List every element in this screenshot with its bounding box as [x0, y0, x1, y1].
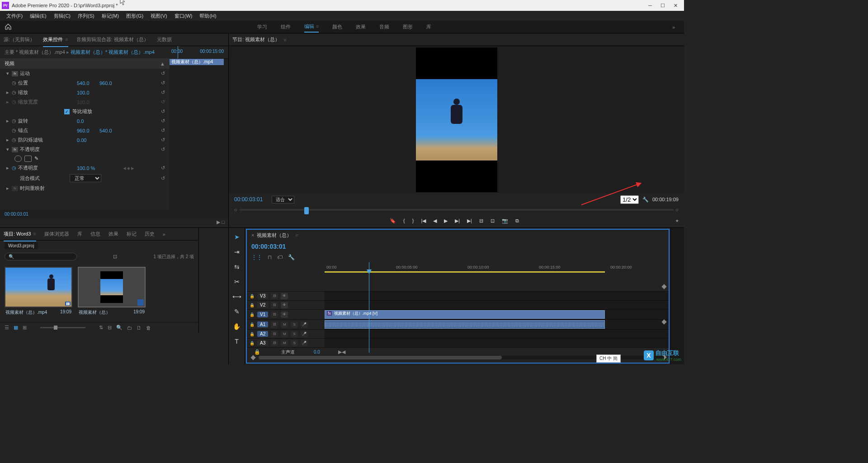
settings-icon[interactable]: 🔧 — [288, 254, 295, 260]
project-tabs-overflow[interactable]: » — [163, 230, 165, 239]
new-item-icon[interactable]: 🗋 — [137, 325, 142, 331]
audio-meters[interactable] — [670, 228, 684, 364]
track-a2[interactable]: 🔒 A2 ⊟ M S 🎤 — [247, 329, 669, 338]
home-button[interactable] — [0, 22, 16, 33]
tab-effect-controls[interactable]: 效果控件 ≡ — [43, 34, 68, 45]
type-tool[interactable]: T — [232, 337, 241, 346]
tab-history[interactable]: 历史 — [145, 229, 155, 239]
mask-ellipse-icon[interactable] — [14, 156, 22, 162]
marker-tool-icon[interactable]: 🏷 — [277, 254, 283, 260]
step-forward-icon[interactable]: ▶| — [455, 218, 460, 224]
program-viewer[interactable] — [229, 46, 684, 193]
list-view-icon[interactable]: ☰ — [5, 325, 9, 331]
program-zoom-select[interactable]: 适合 — [272, 196, 294, 203]
workspace-audio[interactable]: 音频 — [379, 22, 389, 32]
timeline-video-clip[interactable]: fx 视频素材（总）.mp4 [V] — [325, 310, 605, 319]
track-select-tool[interactable]: ⇥ — [232, 247, 241, 256]
workspace-overflow[interactable]: » — [672, 24, 675, 30]
menu-sequence[interactable]: 序列(S) — [75, 12, 97, 20]
project-item-sequence[interactable]: 视频素材（总） 19:09 — [78, 267, 146, 317]
scroll-diamond-icon[interactable] — [661, 284, 666, 289]
track-a1[interactable]: 🔒 A1 ⊟ M S 🎤 — [247, 319, 669, 329]
prop-opacity-value[interactable]: ▸◷ 不透明度 100.0 % ◀◆▶ ↺ — [0, 163, 170, 173]
menu-help[interactable]: 帮助(H) — [197, 12, 219, 20]
selection-tool[interactable]: ➤ — [232, 232, 241, 241]
tab-source[interactable]: 源:（无剪辑） — [4, 34, 35, 45]
prop-anti-flicker[interactable]: ▸◷ 防闪烁滤镜 0.00 ↺ — [0, 135, 170, 145]
lift-icon[interactable]: ⊟ — [479, 218, 483, 224]
timeline-audio-clip[interactable] — [325, 320, 605, 329]
workspace-graphics[interactable]: 图形 — [403, 22, 413, 32]
program-timecode[interactable]: 00:00:03:01 — [234, 196, 263, 203]
workspace-libraries[interactable]: 库 — [426, 22, 431, 32]
mark-in-icon[interactable]: { — [403, 218, 405, 223]
play-icon[interactable]: ▶ — [444, 218, 448, 224]
track-v3[interactable]: 🔒 V3 ⊟ 👁 — [247, 291, 669, 300]
find-icon[interactable]: 🔍 — [116, 325, 123, 331]
timeline-tab-close[interactable]: × — [251, 232, 254, 238]
auto-sequence-icon[interactable]: ⊟ — [108, 325, 112, 331]
tab-effects[interactable]: 效果 — [108, 229, 118, 239]
program-resolution-select[interactable]: 1/2 — [620, 195, 639, 204]
menu-edit[interactable]: 编辑(E) — [27, 12, 49, 20]
workspace-learn[interactable]: 学习 — [257, 22, 267, 32]
export-frame-icon[interactable]: 📷 — [502, 218, 508, 224]
linked-selection-icon[interactable]: ⊓ — [268, 254, 272, 260]
wrench-icon[interactable]: 🔧 — [642, 197, 649, 203]
mask-rect-icon[interactable] — [24, 156, 32, 162]
prop-scale[interactable]: ▸◷ 缩放 100.0 ↺ — [0, 88, 170, 97]
track-v2[interactable]: 🔒 V2 ⊟ 👁 — [247, 300, 669, 309]
mark-out-icon[interactable]: } — [412, 218, 414, 223]
button-editor-icon[interactable]: + — [676, 218, 679, 223]
compare-icon[interactable]: ⧉ — [515, 218, 519, 224]
timeline-timecode[interactable]: 00:00:03:01 — [251, 243, 286, 250]
freeform-view-icon[interactable]: ⊞ — [23, 325, 27, 331]
tab-metadata[interactable]: 元数据 — [157, 34, 172, 45]
effect-time-remap[interactable]: ▸fx 时间重映射 — [0, 184, 170, 193]
menu-marker[interactable]: 标记(M) — [99, 12, 122, 20]
minimize-button[interactable]: ─ — [647, 2, 653, 9]
project-filter-icon[interactable]: ⊡ — [113, 254, 117, 260]
project-search-input[interactable] — [5, 253, 77, 260]
slip-tool[interactable]: ⟷ — [232, 292, 241, 301]
scroll-diamond-icon[interactable] — [661, 319, 666, 324]
prop-blend-mode[interactable]: 混合模式 正常 ↺ — [0, 173, 170, 184]
track-a3[interactable]: 🔒 A3 ⊟ M S 🎤 — [247, 338, 669, 347]
hand-tool[interactable]: ✋ — [232, 322, 241, 331]
close-button[interactable]: ✕ — [672, 2, 679, 9]
program-scrubber[interactable]: ○ ○ — [229, 206, 684, 214]
effect-opacity[interactable]: ▾fx 不透明度 ↺ — [0, 145, 170, 154]
maximize-button[interactable]: ☐ — [660, 2, 666, 9]
effect-timeline[interactable]: 00:00 00:00:15:00 视频素材（总）.mp4 — [170, 46, 228, 210]
prop-position[interactable]: ◷ 位置 540.0 960.0 ↺ — [0, 78, 170, 88]
step-back-icon[interactable]: ◀ — [433, 218, 437, 224]
sort-icon[interactable]: ⇅ — [99, 325, 103, 331]
marker-icon[interactable]: 🔖 — [390, 218, 396, 224]
prop-uniform-scale[interactable]: ✓ 等比缩放 ↺ — [0, 107, 170, 116]
mask-pen-icon[interactable]: ✎ — [34, 156, 42, 162]
workspace-effects[interactable]: 效果 — [356, 22, 366, 32]
tab-info[interactable]: 信息 — [90, 229, 100, 239]
tab-markers[interactable]: 标记 — [127, 229, 137, 239]
menu-file[interactable]: 文件(F) — [4, 12, 25, 20]
tab-media-browser[interactable]: 媒体浏览器 — [44, 229, 69, 239]
project-item-clip[interactable]: ▮▮ 视频素材（总）.mp4 19:09 — [5, 267, 72, 317]
menu-graphics[interactable]: 图形(G) — [123, 12, 146, 20]
keyframe-nav[interactable]: ◀◆▶ — [123, 166, 134, 170]
menu-clip[interactable]: 剪辑(C) — [51, 12, 73, 20]
workspace-assembly[interactable]: 组件 — [281, 22, 291, 32]
opacity-masks[interactable]: ✎ — [0, 154, 170, 163]
prop-anchor[interactable]: ◷ 锚点 960.0 540.0 ↺ — [0, 126, 170, 135]
workspace-editing[interactable]: 编辑≡ — [304, 21, 319, 33]
razor-tool[interactable]: ✂ — [232, 277, 241, 286]
tab-libraries[interactable]: 库 — [77, 229, 82, 239]
trash-icon[interactable]: 🗑 — [146, 325, 151, 331]
workspace-color[interactable]: 颜色 — [332, 22, 342, 32]
extract-icon[interactable]: ⊡ — [491, 218, 495, 224]
go-out-icon[interactable]: ▶| — [467, 218, 472, 224]
icon-view-icon[interactable]: ▦ — [14, 325, 18, 331]
tab-project[interactable]: 项目: Word3 ≡ — [4, 229, 36, 239]
snap-icon[interactable]: ⋮⋮ — [251, 254, 262, 260]
menu-window[interactable]: 窗口(W) — [172, 12, 195, 20]
prop-rotation[interactable]: ▸◷ 旋转 0.0 ↺ — [0, 116, 170, 126]
